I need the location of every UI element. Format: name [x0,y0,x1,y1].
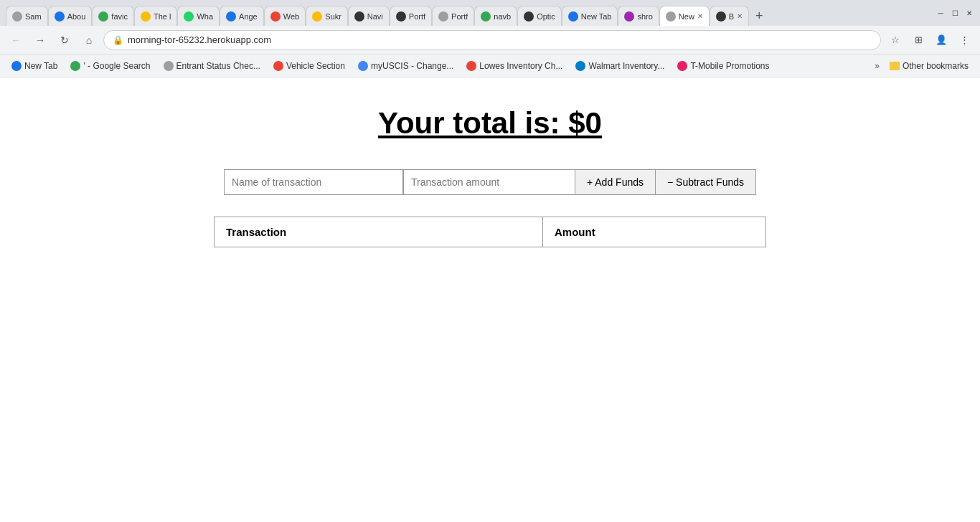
tab-favicon [354,11,364,22]
url-text: morning-tor-65232.herokuapp.com [128,34,872,45]
tab-favicon [481,11,491,22]
tab-optic[interactable]: Optic [517,6,562,26]
bookmarks-more-button[interactable]: » [872,61,882,71]
transaction-form: + Add Funds − Subtract Funds [224,169,756,195]
tab-portf2[interactable]: Portf [432,6,474,26]
home-button[interactable]: ⌂ [79,30,99,50]
tab-favicon [438,11,448,22]
col-header-transaction: Transaction [215,217,543,247]
tab-wha[interactable]: Wha [177,6,220,26]
tab-favicon [184,11,194,22]
tab-the[interactable]: The l [134,6,177,26]
bookmark-walmart[interactable]: Walmart Inventory... [570,57,670,75]
tab-favicon [55,11,65,22]
lock-icon: 🔒 [113,35,123,45]
window-controls: ─ ☐ ✕ [936,8,974,18]
tab-newtab[interactable]: New Tab [562,6,618,26]
new-tab-button[interactable]: + [749,6,769,26]
browser-frame: Sam Abou favic The l Wha Ange [0,0,980,522]
bookmark-newtab[interactable]: New Tab [6,57,63,75]
bookmark-tmobile[interactable]: T-Mobile Promotions [672,57,775,75]
tab-sukr[interactable]: Sukr [306,6,348,26]
tab-favicon [312,11,322,22]
tab-favicon [716,11,726,22]
bookmark-lowes[interactable]: Lowes Inventory Ch... [461,57,568,75]
bookmark-entrant[interactable]: Entrant Status Chec... [158,57,266,75]
nav-icons: ☆ ⊞ 👤 ⋮ [885,30,974,50]
close-button[interactable]: ✕ [964,8,974,18]
tab-new-active[interactable]: New ✕ [659,6,710,26]
title-bar: Sam Abou favic The l Wha Ange [0,0,980,26]
folder-icon [890,62,900,70]
refresh-button[interactable]: ↻ [55,30,75,50]
subtract-funds-button[interactable]: − Subtract Funds [656,169,756,195]
tab-favicon [141,11,151,22]
minimize-button[interactable]: ─ [936,8,946,18]
bookmark-favicon [575,61,585,71]
maximize-button[interactable]: ☐ [950,8,960,18]
page-content: Your total is: $0 + Add Funds − Subtract… [0,77,980,522]
bookmark-favicon [273,61,283,71]
tab-strip: Sam Abou favic The l Wha Ange [6,0,931,26]
tab-close-icon[interactable]: ✕ [697,12,703,20]
tab-favicon [226,11,236,22]
tab-favicon [270,11,281,22]
tab-b[interactable]: B ✕ [710,6,749,26]
tab-portf1[interactable]: Portf [390,6,432,26]
tab-favicon [624,11,634,22]
table-header: Transaction Amount [214,217,766,247]
col-header-amount: Amount [543,217,765,247]
bookmark-favicon [677,61,687,71]
tab-sam[interactable]: Sam [6,6,48,26]
tab-ange[interactable]: Ange [220,6,264,26]
page-title: Your total is: $0 [378,106,602,141]
bookmark-favicon [11,61,22,71]
add-funds-button[interactable]: + Add Funds [575,169,656,195]
bookmark-favicon [70,61,80,71]
tab-favicon [12,11,22,22]
tab-favicon [524,11,534,22]
bookmark-myuscis[interactable]: myUSCIS - Change... [352,57,459,75]
tab-favic[interactable]: favic [92,6,134,26]
transactions-table: Transaction Amount [214,217,766,247]
address-bar[interactable]: 🔒 morning-tor-65232.herokuapp.com [103,30,881,50]
bookmarks-bar: New Tab ' - Google Search Entrant Status… [0,54,980,77]
tab-navi[interactable]: Navi [348,6,390,26]
nav-bar: ← → ↻ ⌂ 🔒 morning-tor-65232.herokuapp.co… [0,26,980,54]
tab-close-icon[interactable]: ✕ [737,12,743,20]
bookmark-google-search[interactable]: ' - Google Search [65,57,156,75]
bookmark-star-icon[interactable]: ☆ [885,30,905,50]
bookmark-favicon [358,61,368,71]
menu-icon[interactable]: ⋮ [954,30,974,50]
tab-web[interactable]: Web [264,6,306,26]
bookmark-other[interactable]: Other bookmarks [884,57,974,75]
tab-abou[interactable]: Abou [48,6,93,26]
bookmark-favicon [466,61,476,71]
tab-navb[interactable]: navb [474,6,517,26]
tab-shro[interactable]: shro [618,6,659,26]
transaction-name-input[interactable] [224,169,403,195]
back-button[interactable]: ← [6,30,26,50]
tab-favicon [396,11,406,22]
bookmark-favicon [164,61,174,71]
bookmark-vehicle[interactable]: Vehicle Section [268,57,351,75]
tab-favicon [98,11,108,22]
extension-puzzle-icon[interactable]: ⊞ [908,30,928,50]
forward-button[interactable]: → [30,30,50,50]
tab-favicon [666,11,676,22]
tab-favicon [568,11,578,22]
profile-icon[interactable]: 👤 [931,30,951,50]
transaction-amount-input[interactable] [403,169,575,195]
